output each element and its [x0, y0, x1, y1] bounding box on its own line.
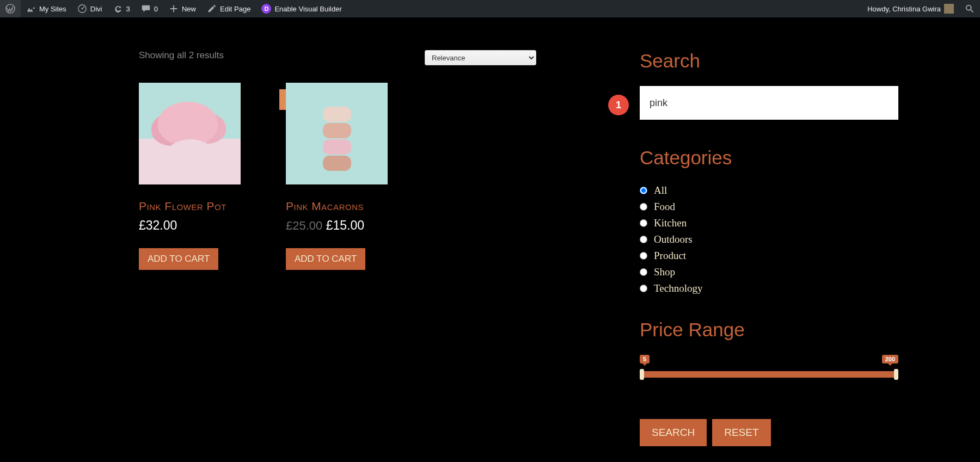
product-card[interactable]: Sale! Pink Macarons £25.00 £15.00 ADD TO… — [286, 83, 388, 270]
product-price: £32.00 — [139, 218, 241, 233]
search-button[interactable]: SEARCH — [640, 419, 707, 446]
new-label: New — [182, 5, 196, 13]
old-price: £25.00 — [286, 219, 322, 232]
category-label: Shop — [654, 266, 675, 278]
category-radio[interactable] — [640, 187, 647, 194]
edit-page-link[interactable]: Edit Page — [201, 0, 256, 17]
category-item[interactable]: All — [640, 183, 898, 199]
divi-icon: D — [261, 4, 271, 14]
search-toggle[interactable] — [959, 0, 980, 17]
category-radio[interactable] — [640, 219, 647, 227]
svg-point-2 — [81, 8, 83, 10]
product-card[interactable]: Pink Flower Pot £32.00 ADD TO CART — [139, 83, 241, 270]
category-label: Outdoors — [654, 233, 693, 245]
product-image — [286, 83, 388, 184]
price-slider[interactable]: 5 200 — [640, 355, 898, 381]
product-title: Pink Macarons — [286, 200, 388, 213]
category-item[interactable]: Outdoors — [640, 232, 898, 248]
howdy-link[interactable]: Howdy, Christina Gwira — [862, 0, 959, 17]
refresh-icon — [113, 4, 123, 14]
category-item[interactable]: Kitchen — [640, 215, 898, 232]
price-range-title: Price Range — [640, 319, 898, 341]
category-radio[interactable] — [640, 236, 647, 243]
avatar — [944, 4, 954, 14]
my-sites-label: My Sites — [39, 5, 66, 13]
categories-title: Categories — [640, 147, 898, 169]
wp-logo[interactable] — [0, 0, 21, 17]
visual-builder-link[interactable]: D Enable Visual Builder — [256, 0, 347, 17]
my-sites-link[interactable]: My Sites — [21, 0, 72, 17]
gauge-icon — [77, 4, 87, 14]
howdy-label: Howdy, Christina Gwira — [867, 5, 941, 13]
price-min-label: 5 — [640, 355, 650, 364]
product-title: Pink Flower Pot — [139, 200, 241, 213]
product-price: £25.00 £15.00 — [286, 218, 388, 233]
search-input[interactable] — [640, 86, 898, 120]
comments-link[interactable]: 0 — [136, 0, 163, 17]
sale-price: £15.00 — [326, 218, 364, 232]
updates-count: 3 — [126, 5, 130, 13]
price-max-label: 200 — [882, 355, 898, 364]
sort-select[interactable]: Relevance — [425, 50, 536, 65]
comments-count: 0 — [154, 5, 158, 13]
plus-icon — [169, 4, 179, 14]
wordpress-icon — [5, 4, 15, 14]
category-radio[interactable] — [640, 268, 647, 276]
site-name-link[interactable]: Divi — [72, 0, 108, 17]
updates-link[interactable]: 3 — [108, 0, 136, 17]
product-image — [139, 83, 241, 184]
pencil-icon — [207, 4, 217, 14]
category-label: Technology — [654, 282, 702, 294]
new-link[interactable]: New — [163, 0, 201, 17]
comment-icon — [141, 4, 151, 14]
category-radio[interactable] — [640, 285, 647, 292]
category-label: All — [654, 184, 667, 196]
visual-builder-label: Enable Visual Builder — [274, 5, 341, 13]
add-to-cart-button[interactable]: ADD TO CART — [286, 248, 365, 270]
edit-page-label: Edit Page — [220, 5, 250, 13]
category-item[interactable]: Product — [640, 248, 898, 264]
reset-button[interactable]: RESET — [712, 419, 770, 446]
category-item[interactable]: Shop — [640, 264, 898, 281]
category-item[interactable]: Food — [640, 199, 898, 215]
add-to-cart-button[interactable]: ADD TO CART — [139, 248, 218, 270]
category-label: Kitchen — [654, 217, 687, 229]
search-title: Search — [640, 50, 898, 72]
category-radio[interactable] — [640, 203, 647, 211]
search-icon — [965, 4, 975, 14]
category-radio[interactable] — [640, 252, 647, 260]
wp-admin-bar: My Sites Divi 3 0 New Edit Page D Enable… — [0, 0, 980, 17]
category-list: AllFoodKitchenOutdoorsProductShopTechnol… — [640, 183, 898, 297]
step-badge: 1 — [608, 95, 629, 115]
category-label: Food — [654, 201, 675, 213]
slider-handle-min[interactable] — [640, 369, 644, 380]
svg-point-3 — [966, 5, 971, 10]
site-name-label: Divi — [90, 5, 102, 13]
slider-track — [641, 371, 897, 378]
category-item[interactable]: Technology — [640, 281, 898, 297]
category-label: Product — [654, 250, 686, 262]
sites-icon — [26, 4, 36, 14]
slider-handle-max[interactable] — [894, 369, 898, 380]
